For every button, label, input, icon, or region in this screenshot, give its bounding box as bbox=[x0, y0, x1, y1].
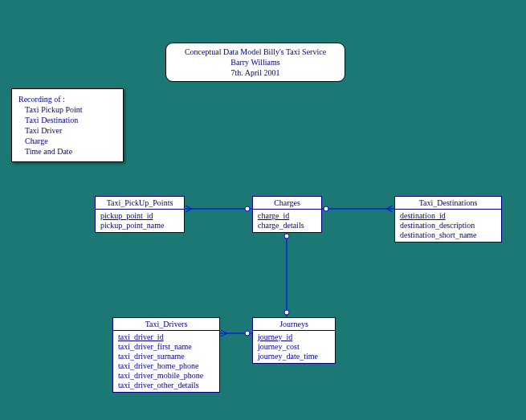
note-item: Time and Date bbox=[25, 146, 116, 157]
svg-line-6 bbox=[386, 209, 393, 212]
note-item: Taxi Destination bbox=[25, 115, 116, 125]
entity-attr: taxi_driver_home_phone bbox=[118, 361, 214, 371]
entity-attr: taxi_driver_mobile_phone bbox=[118, 371, 214, 381]
svg-line-12 bbox=[221, 330, 227, 333]
entity-attr: journey_date_time bbox=[258, 352, 330, 361]
entity-destinations: Taxi_Destinations destination_id destina… bbox=[394, 196, 502, 243]
note-heading: Recording of : bbox=[18, 94, 116, 104]
note-item: Taxi Driver bbox=[25, 125, 116, 136]
title-line1: Conceptual Data Model Billy's Taxi Servi… bbox=[171, 47, 340, 57]
entity-attr: pickup_point_name bbox=[100, 221, 179, 230]
entity-attr: taxi_driver_first_name bbox=[118, 342, 214, 352]
diagram-canvas: Conceptual Data Model Billy's Taxi Servi… bbox=[0, 0, 526, 420]
entity-drivers: Taxi_Drivers taxi_driver_id taxi_driver_… bbox=[112, 317, 220, 393]
svg-line-2 bbox=[186, 209, 192, 212]
note-item: Taxi Pickup Point bbox=[25, 104, 116, 115]
entity-attr: destination_description bbox=[400, 221, 496, 230]
entity-header: Taxi_Destinations bbox=[395, 197, 501, 210]
svg-point-10 bbox=[284, 310, 289, 315]
entity-header: Taxi_PickUp_Points bbox=[96, 197, 184, 210]
entity-attr: taxi_driver_surname bbox=[118, 352, 214, 361]
svg-point-14 bbox=[245, 331, 250, 336]
note-item: Charge bbox=[25, 136, 116, 146]
svg-point-3 bbox=[245, 206, 250, 211]
entity-header: Journeys bbox=[253, 318, 335, 331]
svg-line-13 bbox=[221, 333, 227, 336]
entity-attr: taxi_driver_other_details bbox=[118, 381, 214, 390]
svg-line-5 bbox=[386, 206, 393, 209]
entity-attr: journey_cost bbox=[258, 342, 330, 352]
entity-pickup-points: Taxi_PickUp_Points pickup_point_id picku… bbox=[95, 196, 185, 233]
title-line3: 7th. April 2001 bbox=[171, 67, 340, 78]
entity-attr: charge_details bbox=[258, 221, 316, 230]
entity-charges: Charges charge_id charge_details bbox=[252, 196, 322, 233]
entity-journeys: Journeys journey_id journey_cost journey… bbox=[252, 317, 336, 364]
entity-attr: journey_id bbox=[258, 332, 330, 342]
svg-line-1 bbox=[186, 206, 192, 209]
entity-attr: destination_id bbox=[400, 211, 496, 221]
entity-attr: charge_id bbox=[258, 211, 316, 221]
title-box: Conceptual Data Model Billy's Taxi Servi… bbox=[165, 43, 345, 82]
entity-header: Taxi_Drivers bbox=[113, 318, 219, 331]
svg-point-7 bbox=[324, 206, 328, 211]
title-line2: Barry Williams bbox=[171, 57, 340, 67]
entity-attr: taxi_driver_id bbox=[118, 332, 214, 342]
svg-point-9 bbox=[284, 234, 289, 239]
entity-attr: pickup_point_id bbox=[100, 211, 179, 221]
entity-attr: destination_short_name bbox=[400, 230, 496, 240]
entity-header: Charges bbox=[253, 197, 321, 210]
recording-note: Recording of : Taxi Pickup Point Taxi De… bbox=[11, 88, 124, 162]
